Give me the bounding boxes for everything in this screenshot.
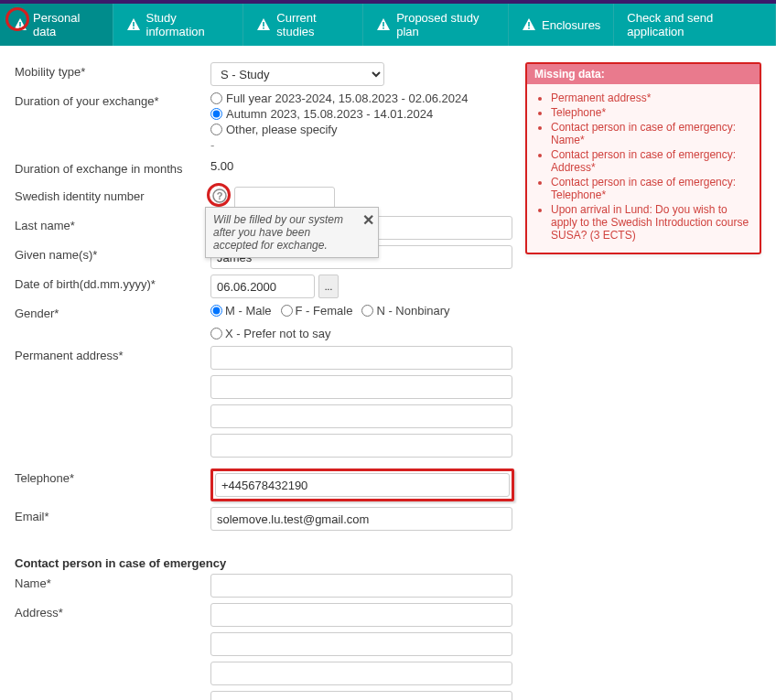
missing-data-title: Missing data:: [527, 64, 760, 84]
emerg-addr-1[interactable]: [210, 603, 512, 627]
tab-label: Enclosures: [542, 18, 600, 32]
tab-proposed-study-plan[interactable]: Proposed study plan: [363, 4, 509, 46]
label-sin: Swedish identity number: [15, 189, 145, 203]
tab-enclosures[interactable]: Enclosures: [509, 4, 614, 46]
tab-label: Study information: [146, 11, 231, 38]
duration-months-value: 5.00: [210, 159, 233, 173]
svg-rect-1: [19, 27, 21, 29]
missing-item: Contact person in case of emergency: Tel…: [551, 176, 752, 201]
radio-male[interactable]: [210, 305, 222, 317]
perm-addr-4[interactable]: [210, 434, 512, 458]
tab-check-and-send-application[interactable]: Check and send application: [614, 4, 776, 46]
radio-full-year[interactable]: [210, 92, 222, 104]
emerg-addr-3[interactable]: [210, 662, 512, 685]
label-emerg-name: Name*: [15, 574, 210, 590]
emerg-addr-4[interactable]: [210, 691, 512, 700]
tooltip-close[interactable]: ✕: [362, 211, 374, 229]
svg-rect-5: [264, 27, 265, 29]
help-icon[interactable]: ? Will be filled by our system after you…: [210, 187, 229, 205]
svg-rect-2: [133, 22, 135, 27]
label-duration-exchange: Duration of your exchange*: [15, 92, 210, 108]
tab-current-studies[interactable]: Current studies: [243, 4, 363, 46]
emerg-name-input[interactable]: [210, 574, 512, 598]
radio-prefer-not[interactable]: [210, 328, 222, 339]
radio-female[interactable]: [281, 305, 293, 317]
svg-rect-9: [528, 27, 530, 29]
tab-label: Personal data: [33, 11, 100, 38]
radio-autumn[interactable]: [210, 108, 222, 120]
label-mobility: Mobility type*: [15, 62, 210, 79]
warning-icon: [376, 17, 391, 32]
svg-rect-3: [133, 27, 135, 29]
label-lastname: Last name*: [15, 216, 210, 232]
email-input[interactable]: [210, 507, 512, 531]
label-duration-months: Duration of exchange in months: [15, 159, 210, 176]
perm-addr-1[interactable]: [210, 346, 512, 370]
missing-item: Contact person in case of emergency: Add…: [551, 148, 752, 174]
radio-nonbinary[interactable]: [361, 305, 373, 317]
svg-rect-7: [383, 27, 384, 29]
tabs-bar: Personal dataStudy informationCurrent st…: [0, 4, 776, 46]
missing-item: Upon arrival in Lund: Do you wish to app…: [551, 203, 752, 242]
warning-icon: [126, 17, 141, 32]
label-perm-addr: Permanent address*: [15, 346, 210, 362]
label-email: Email*: [15, 507, 210, 523]
missing-item: Contact person in case of emergency: Nam…: [551, 121, 752, 146]
tab-study-information[interactable]: Study information: [113, 4, 244, 46]
missing-item: Permanent address*: [551, 92, 752, 104]
tab-label: Check and send application: [627, 11, 762, 38]
tooltip: Will be filled by our system after you h…: [205, 207, 379, 258]
label-dob: Date of birth(dd.mm.yyyy)*: [15, 275, 210, 291]
emerg-heading: Contact person in case of emergency: [15, 556, 514, 570]
label-emerg-addr: Address*: [15, 603, 210, 619]
warning-icon: [522, 17, 536, 32]
perm-addr-3[interactable]: [210, 404, 512, 428]
svg-text:?: ?: [217, 190, 223, 201]
svg-rect-6: [383, 22, 384, 27]
mobility-select[interactable]: S - Study: [210, 62, 384, 86]
tab-label: Proposed study plan: [396, 11, 495, 38]
dob-input[interactable]: [210, 275, 315, 298]
label-telephone: Telephone*: [15, 468, 210, 485]
warning-icon: [13, 17, 27, 32]
dob-picker-button[interactable]: ...: [318, 275, 339, 298]
emerg-addr-2[interactable]: [210, 632, 512, 656]
telephone-highlight: [210, 468, 514, 501]
tab-label: Current studies: [276, 11, 350, 38]
svg-rect-0: [19, 22, 21, 27]
telephone-input[interactable]: [215, 473, 510, 497]
svg-rect-4: [264, 22, 265, 27]
label-givennames: Given name(s)*: [15, 245, 210, 262]
warning-icon: [256, 17, 271, 32]
radio-other[interactable]: [210, 124, 222, 135]
missing-item: Telephone*: [551, 106, 752, 119]
perm-addr-2[interactable]: [210, 375, 512, 399]
svg-rect-8: [528, 22, 530, 27]
label-gender: Gender*: [15, 304, 210, 320]
tab-personal-data[interactable]: Personal data: [0, 4, 113, 46]
missing-data-panel: Missing data: Permanent address*Telephon…: [525, 62, 761, 254]
